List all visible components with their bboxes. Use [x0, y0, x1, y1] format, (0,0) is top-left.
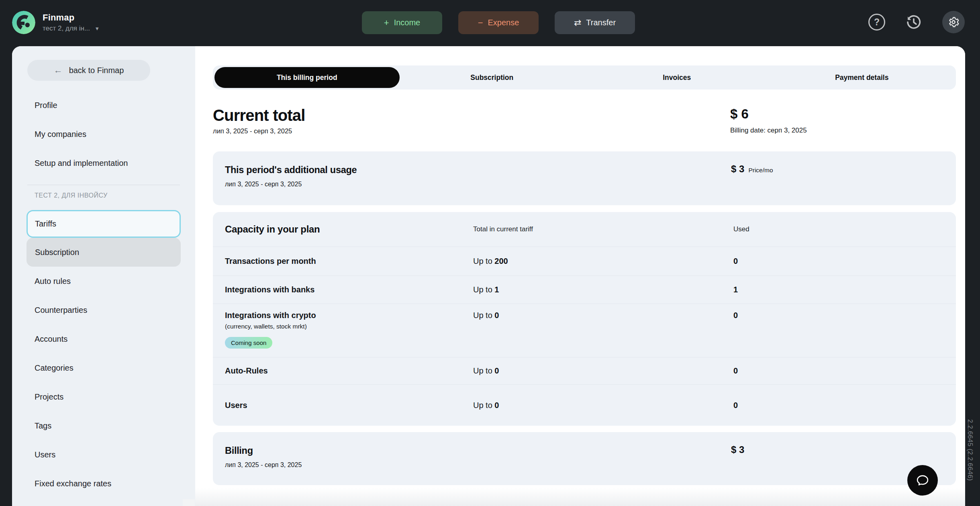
row-total: Up to 200	[473, 257, 733, 266]
help-icon[interactable]: ?	[868, 14, 885, 31]
sidebar-item-label: Users	[35, 450, 55, 459]
capacity-header-row: Capacity in your plan Total in current t…	[213, 212, 956, 247]
row-total: Up to 0	[473, 401, 733, 410]
settings-button[interactable]	[942, 11, 965, 33]
back-to-finmap-button[interactable]: ← back to Finmap	[27, 60, 150, 81]
sidebar-divider	[27, 185, 180, 185]
app-title: Finmap	[43, 12, 99, 23]
app-root: Finmap тест 2, для ін... ▾ + Income − Ex…	[0, 0, 980, 506]
sidebar-item-label: Subscription	[35, 248, 79, 257]
expense-button-label: Expense	[488, 18, 519, 27]
row-used: 0	[733, 311, 944, 320]
row-total: Up to 0	[473, 366, 733, 375]
row-label: Users	[225, 401, 473, 410]
settings-sidebar: ← back to Finmap Profile My companies Se…	[12, 46, 195, 506]
income-button[interactable]: + Income	[362, 11, 442, 34]
row-used: 1	[733, 285, 944, 294]
brand: Finmap тест 2, для ін... ▾	[12, 11, 99, 34]
table-row-users: Users Up to 0 0	[213, 385, 956, 426]
income-button-label: Income	[394, 18, 421, 27]
sidebar-item-counterparties[interactable]: Counterparties	[12, 296, 195, 324]
sidebar-item-label: Tariffs	[35, 219, 56, 229]
sidebar-company-section-label: ТЕСТ 2, ДЛЯ ІНВОЙСУ	[35, 192, 108, 199]
coming-soon-badge: Coming soon	[225, 337, 272, 349]
sidebar-item-auto-rules[interactable]: Auto rules	[12, 267, 195, 296]
minus-icon: −	[478, 18, 483, 27]
additional-usage-title: This period's additional usage	[225, 165, 944, 175]
sidebar-item-label: My companies	[35, 130, 86, 139]
sidebar-item-setup-and-implementation[interactable]: Setup and implementation	[12, 149, 195, 178]
tariffs-page: This billing period Subscription Invoice…	[195, 46, 965, 506]
sidebar-item-label: Projects	[35, 392, 63, 402]
column-header-total: Total in current tariff	[473, 225, 733, 233]
row-label: Integrations with crypto	[225, 311, 473, 320]
sidebar-item-categories[interactable]: Categories	[12, 353, 195, 382]
sidebar-item-label: Profile	[35, 101, 57, 110]
sidebar-item-users[interactable]: Users	[12, 440, 195, 469]
additional-usage-amount-suffix: Price/mo	[748, 167, 773, 174]
company-selector-label: тест 2, для ін...	[43, 24, 90, 33]
help-glyph: ?	[874, 17, 880, 28]
current-total-amount-block: $ 6 Billing date: серп 3, 2025	[730, 106, 807, 135]
sidebar-item-label: Counterparties	[35, 306, 87, 315]
sidebar-item-tags[interactable]: Tags	[12, 411, 195, 440]
sidebar-nav-company: Auto rules Counterparties Accounts Categ…	[12, 267, 195, 498]
chat-support-button[interactable]	[907, 465, 938, 496]
table-row-bank-integrations: Integrations with banks Up to 1 1	[213, 276, 956, 304]
row-label: Integrations with banks	[225, 285, 473, 294]
current-total-header: Current total лип 3, 2025 - серп 3, 2025…	[213, 106, 956, 142]
capacity-card: Capacity in your plan Total in current t…	[213, 212, 956, 426]
transfer-button[interactable]: ⇄ Transfer	[555, 11, 635, 34]
column-header-used: Used	[733, 225, 944, 233]
billing-title: Billing	[225, 445, 944, 456]
sidebar-item-tariffs[interactable]: Tariffs	[27, 210, 181, 238]
sidebar-scrollbar-corner[interactable]	[183, 499, 195, 506]
history-icon[interactable]	[904, 13, 923, 31]
sidebar-item-my-companies[interactable]: My companies	[12, 120, 195, 149]
chevron-down-icon: ▾	[96, 25, 99, 32]
crypto-label-block: Integrations with crypto (currency, wall…	[225, 311, 473, 349]
capacity-title: Capacity in your plan	[225, 224, 473, 235]
sidebar-item-projects[interactable]: Projects	[12, 382, 195, 411]
tab-payment-details[interactable]: Payment details	[770, 67, 955, 88]
brand-texts: Finmap тест 2, для ін... ▾	[43, 12, 99, 33]
company-selector[interactable]: тест 2, для ін... ▾	[43, 24, 99, 33]
sidebar-item-profile[interactable]: Profile	[12, 91, 195, 120]
tab-this-billing-period[interactable]: This billing period	[214, 67, 400, 88]
billing-amount: $ 3	[731, 444, 744, 455]
app-version-label: 2.2.6645 (2.2.6646)	[966, 419, 974, 481]
row-sublabel: (currency, wallets, stock mrkt)	[225, 323, 473, 330]
table-row-transactions: Transactions per month Up to 200 0	[213, 247, 956, 276]
transfer-button-label: Transfer	[586, 18, 616, 27]
sidebar-item-label: Categories	[35, 363, 74, 373]
sidebar-item-label: Setup and implementation	[35, 159, 128, 168]
arrow-left-icon: ←	[54, 65, 63, 75]
sidebar-item-accounts[interactable]: Accounts	[12, 324, 195, 353]
sidebar-nav-account: Profile My companies Setup and implement…	[12, 91, 195, 178]
row-used: 0	[733, 401, 944, 410]
row-label: Transactions per month	[225, 257, 473, 266]
sidebar-item-label: Accounts	[35, 335, 67, 344]
tab-invoices[interactable]: Invoices	[584, 67, 770, 88]
sidebar-item-label: Fixed exchange rates	[35, 479, 111, 488]
gear-icon	[947, 16, 960, 28]
chat-bubble-icon	[915, 473, 930, 488]
transfer-arrows-icon: ⇄	[574, 18, 581, 27]
current-total-amount: $ 6	[730, 106, 807, 122]
page-title: Current total	[213, 106, 956, 124]
expense-button[interactable]: − Expense	[458, 11, 539, 34]
billing-card: Billing лип 3, 2025 - серп 3, 2025 $ 3	[213, 432, 956, 485]
sidebar-item-fixed-exchange-rates[interactable]: Fixed exchange rates	[12, 469, 195, 498]
billing-tabs: This billing period Subscription Invoice…	[213, 65, 956, 90]
sidebar-item-subscription[interactable]: Subscription	[27, 238, 181, 267]
back-to-finmap-label: back to Finmap	[69, 66, 124, 75]
additional-usage-card: This period's additional usage лип 3, 20…	[213, 151, 956, 205]
topbar-icons: ?	[868, 11, 965, 33]
row-used: 0	[733, 257, 944, 266]
billing-period: лип 3, 2025 - серп 3, 2025	[225, 461, 944, 469]
finmap-logo-icon	[12, 11, 35, 34]
plus-icon: +	[384, 18, 389, 27]
additional-usage-price: $ 3 Price/mo	[731, 163, 773, 175]
tab-subscription[interactable]: Subscription	[400, 67, 585, 88]
sidebar-item-label: Auto rules	[35, 277, 71, 286]
